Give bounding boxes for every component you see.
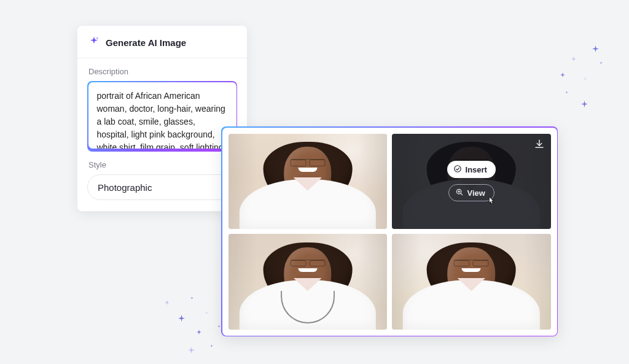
- view-button[interactable]: View: [448, 184, 494, 201]
- style-select-value: Photographic: [98, 182, 152, 193]
- generated-images-panel: Insert View: [221, 126, 558, 336]
- decorative-sparkles: [161, 296, 229, 364]
- download-icon[interactable]: [534, 139, 545, 152]
- generated-image-tile[interactable]: [229, 134, 388, 230]
- generated-image-tile[interactable]: Insert View: [392, 134, 551, 230]
- cursor-icon: [486, 196, 496, 208]
- svg-point-0: [454, 166, 461, 172]
- generated-image-tile[interactable]: [229, 234, 388, 330]
- tile-hover-overlay: Insert View: [392, 134, 551, 230]
- panel-header: Generate AI Image: [77, 26, 247, 58]
- insert-button-label: Insert: [466, 165, 487, 174]
- style-select[interactable]: Photographic: [87, 174, 237, 200]
- check-circle-icon: [453, 165, 462, 175]
- svg-line-2: [460, 193, 462, 195]
- zoom-in-icon: [455, 188, 464, 198]
- description-input[interactable]: [88, 82, 236, 149]
- sparkle-icon: [88, 36, 100, 49]
- decorative-sparkles: [557, 43, 612, 117]
- view-button-label: View: [467, 188, 485, 198]
- description-label: Description: [77, 58, 247, 81]
- description-field-wrapper: [87, 81, 237, 152]
- insert-button[interactable]: Insert: [447, 161, 496, 178]
- generated-image-tile[interactable]: [392, 234, 551, 330]
- panel-title: Generate AI Image: [106, 37, 186, 48]
